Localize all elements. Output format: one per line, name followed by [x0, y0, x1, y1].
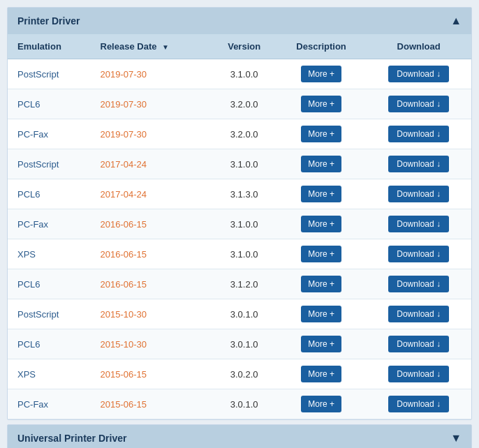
more-button[interactable]: More + [301, 156, 341, 172]
cell-description: More + [277, 149, 366, 179]
cell-download: Download ↓ [366, 119, 471, 149]
col-download: Download [366, 34, 471, 59]
universal-printer-driver-title: Universal Printer Driver [17, 433, 126, 444]
cell-version: 3.1.3.0 [212, 179, 276, 209]
printer-driver-chevron: ▲ [450, 15, 462, 27]
cell-version: 3.0.2.0 [212, 359, 276, 389]
sort-icon: ▼ [162, 43, 169, 51]
table-row: PCL6 2019-07-30 3.2.0.0 More + Download … [8, 89, 471, 119]
cell-description: More + [277, 209, 366, 239]
universal-printer-driver-header[interactable]: Universal Printer Driver ▼ [8, 425, 471, 448]
cell-emulation: PC-Fax [8, 389, 95, 419]
download-button[interactable]: Download ↓ [388, 126, 449, 142]
cell-emulation: XPS [8, 359, 95, 389]
more-button[interactable]: More + [301, 366, 341, 382]
cell-version: 3.0.1.0 [212, 329, 276, 359]
cell-date: 2016-06-15 [95, 239, 212, 269]
cell-description: More + [277, 59, 366, 89]
cell-emulation: PCL6 [8, 179, 95, 209]
col-release-date[interactable]: Release Date ▼ [95, 34, 212, 59]
table-row: PC-Fax 2015-06-15 3.0.1.0 More + Downloa… [8, 389, 471, 419]
cell-version: 3.2.0.0 [212, 119, 276, 149]
cell-description: More + [277, 269, 366, 299]
cell-date: 2019-07-30 [95, 59, 212, 89]
printer-driver-header[interactable]: Printer Driver ▲ [8, 8, 471, 34]
cell-date: 2015-10-30 [95, 299, 212, 329]
table-row: PostScript 2015-10-30 3.0.1.0 More + Dow… [8, 299, 471, 329]
cell-download: Download ↓ [366, 269, 471, 299]
cell-description: More + [277, 179, 366, 209]
cell-description: More + [277, 389, 366, 419]
cell-date: 2019-07-30 [95, 119, 212, 149]
col-version: Version [212, 34, 276, 59]
download-button[interactable]: Download ↓ [388, 66, 449, 82]
download-button[interactable]: Download ↓ [388, 96, 449, 112]
printer-driver-table-wrapper: Emulation Release Date ▼ Version Descrip… [8, 34, 471, 419]
cell-version: 3.1.2.0 [212, 269, 276, 299]
download-button[interactable]: Download ↓ [388, 306, 449, 322]
more-button[interactable]: More + [301, 186, 341, 202]
download-button[interactable]: Download ↓ [388, 276, 449, 292]
cell-date: 2016-06-15 [95, 269, 212, 299]
col-description: Description [277, 34, 366, 59]
cell-version: 3.0.1.0 [212, 299, 276, 329]
cell-version: 3.1.0.0 [212, 59, 276, 89]
cell-version: 3.1.0.0 [212, 239, 276, 269]
cell-date: 2017-04-24 [95, 149, 212, 179]
more-button[interactable]: More + [301, 246, 341, 262]
cell-download: Download ↓ [366, 359, 471, 389]
cell-download: Download ↓ [366, 209, 471, 239]
printer-driver-title: Printer Driver [17, 15, 80, 27]
more-button[interactable]: More + [301, 306, 341, 322]
cell-description: More + [277, 89, 366, 119]
cell-emulation: PostScript [8, 59, 95, 89]
more-button[interactable]: More + [301, 396, 341, 412]
table-row: XPS 2015-06-15 3.0.2.0 More + Download ↓ [8, 359, 471, 389]
cell-emulation: PCL6 [8, 329, 95, 359]
table-row: PostScript 2019-07-30 3.1.0.0 More + Dow… [8, 59, 471, 89]
more-button[interactable]: More + [301, 66, 341, 82]
cell-date: 2015-06-15 [95, 359, 212, 389]
more-button[interactable]: More + [301, 96, 341, 112]
cell-emulation: PCL6 [8, 89, 95, 119]
cell-description: More + [277, 359, 366, 389]
universal-printer-driver-section: Universal Printer Driver ▼ [7, 424, 472, 448]
table-row: PCL6 2016-06-15 3.1.2.0 More + Download … [8, 269, 471, 299]
cell-emulation: PC-Fax [8, 119, 95, 149]
more-button[interactable]: More + [301, 276, 341, 292]
cell-download: Download ↓ [366, 179, 471, 209]
cell-description: More + [277, 239, 366, 269]
more-button[interactable]: More + [301, 216, 341, 232]
table-row: PC-Fax 2016-06-15 3.1.0.0 More + Downloa… [8, 209, 471, 239]
col-emulation: Emulation [8, 34, 95, 59]
download-button[interactable]: Download ↓ [388, 216, 449, 232]
table-row: PC-Fax 2019-07-30 3.2.0.0 More + Downloa… [8, 119, 471, 149]
cell-emulation: PC-Fax [8, 209, 95, 239]
table-row: PCL6 2017-04-24 3.1.3.0 More + Download … [8, 179, 471, 209]
cell-date: 2015-06-15 [95, 389, 212, 419]
cell-version: 3.1.0.0 [212, 209, 276, 239]
cell-date: 2016-06-15 [95, 209, 212, 239]
cell-description: More + [277, 119, 366, 149]
cell-download: Download ↓ [366, 89, 471, 119]
download-button[interactable]: Download ↓ [388, 246, 449, 262]
download-button[interactable]: Download ↓ [388, 396, 449, 412]
cell-emulation: PCL6 [8, 269, 95, 299]
cell-version: 3.1.0.0 [212, 149, 276, 179]
download-button[interactable]: Download ↓ [388, 366, 449, 382]
more-button[interactable]: More + [301, 336, 341, 352]
cell-download: Download ↓ [366, 149, 471, 179]
printer-driver-section: Printer Driver ▲ Emulation Release Date … [7, 7, 472, 420]
cell-version: 3.2.0.0 [212, 89, 276, 119]
cell-emulation: XPS [8, 239, 95, 269]
page-wrapper: Printer Driver ▲ Emulation Release Date … [0, 0, 479, 448]
more-button[interactable]: More + [301, 126, 341, 142]
table-row: XPS 2016-06-15 3.1.0.0 More + Download ↓ [8, 239, 471, 269]
printer-driver-table: Emulation Release Date ▼ Version Descrip… [8, 34, 471, 419]
cell-download: Download ↓ [366, 389, 471, 419]
download-button[interactable]: Download ↓ [388, 156, 449, 172]
table-row: PostScript 2017-04-24 3.1.0.0 More + Dow… [8, 149, 471, 179]
universal-printer-driver-chevron: ▼ [450, 432, 462, 445]
download-button[interactable]: Download ↓ [388, 186, 449, 202]
download-button[interactable]: Download ↓ [388, 336, 449, 352]
